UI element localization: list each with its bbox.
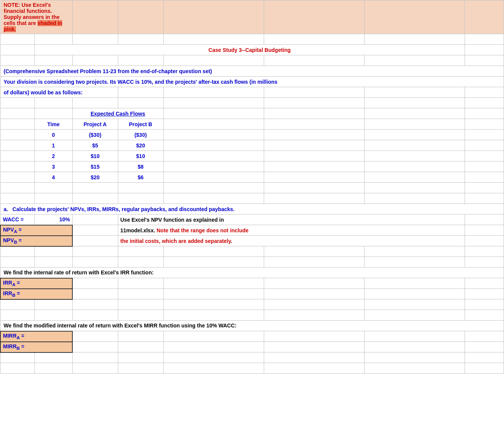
ecf-header: Expected Cash Flows xyxy=(72,108,163,119)
description1: Your division is considering two project… xyxy=(0,77,504,87)
mirra-cell[interactable]: MIRRA = xyxy=(0,331,72,342)
col-project-a: Project A xyxy=(72,119,118,130)
wacc-label: WACC = xyxy=(0,214,34,225)
description2: of dollars) would be as follows: xyxy=(0,87,118,98)
note-row: NOTE: Use Excel's financial functions. S… xyxy=(0,0,504,34)
table-row: 2 $10 $10 xyxy=(0,151,504,161)
main-spreadsheet: NOTE: Use Excel's financial functions. S… xyxy=(0,0,504,374)
irra-cell[interactable]: IRRA = xyxy=(0,278,72,289)
npva-cell[interactable]: NPVA = xyxy=(0,225,72,236)
table-row: 4 $20 $6 xyxy=(0,172,504,183)
irr-section-text: We find the internal rate of return with… xyxy=(0,268,504,278)
col-project-b: Project B xyxy=(118,119,163,130)
wacc-value: 10% xyxy=(34,214,72,225)
npv-note-4: the initial costs, which are added separ… xyxy=(118,236,465,246)
note-text: NOTE: Use Excel's financial functions. S… xyxy=(0,0,72,34)
npv-note-1: Use Excel's NPV function as explained in xyxy=(118,214,465,225)
section-a-text: a. Calculate the projects' NPVs, IRRs, M… xyxy=(0,204,504,214)
subtitle: (Comprehensive Spreadsheet Problem 11-23… xyxy=(0,66,504,77)
mirrb-cell[interactable]: MIRRB = xyxy=(0,342,72,352)
table-row: 3 $15 $8 xyxy=(0,161,504,172)
table-row: 1 $5 $20 xyxy=(0,140,504,151)
col-time: Time xyxy=(34,119,72,130)
mirr-section-text: We find the modified internal rate of re… xyxy=(0,321,504,331)
page-title: Case Study 3--Capital Budgeting xyxy=(34,45,465,55)
npvb-cell[interactable]: NPVB = xyxy=(0,236,72,246)
irrb-cell[interactable]: IRRB = xyxy=(0,289,72,299)
table-row: 0 ($30) ($30) xyxy=(0,130,504,140)
